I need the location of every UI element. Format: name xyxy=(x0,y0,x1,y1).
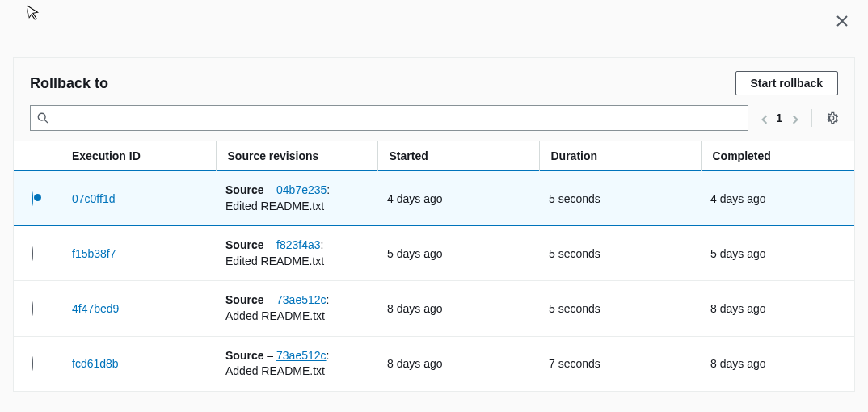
table-row[interactable]: f15b38f7Source – f823f4a3:Edited README.… xyxy=(14,226,854,281)
commit-link[interactable]: 73ae512c xyxy=(276,293,327,306)
search-icon xyxy=(37,112,48,124)
execution-id-link[interactable]: 07c0ff1d xyxy=(72,192,115,205)
commit-link[interactable]: 04b7e235 xyxy=(276,183,327,196)
prev-page-icon[interactable] xyxy=(760,114,768,122)
duration-cell: 7 seconds xyxy=(539,336,701,391)
rollback-modal: Rollback to Start rollback 1 xyxy=(0,0,868,412)
table-row[interactable]: 07c0ff1dSource – 04b7e235:Edited README.… xyxy=(14,171,854,226)
commit-message: Added README.txt xyxy=(225,364,368,380)
row-radio[interactable] xyxy=(32,301,33,316)
colon: : xyxy=(327,349,330,362)
source-label: Source xyxy=(225,349,263,362)
source-sep: – xyxy=(263,238,276,251)
table-header-row: Execution ID Source revisions Started Du… xyxy=(14,141,854,171)
header-started: Started xyxy=(377,141,539,171)
row-radio[interactable] xyxy=(32,191,33,206)
execution-id-link[interactable]: fcd61d8b xyxy=(72,357,119,370)
execution-id-link[interactable]: 4f47bed9 xyxy=(72,302,119,315)
source-sep: – xyxy=(263,349,276,362)
start-rollback-button[interactable]: Start rollback xyxy=(735,71,838,95)
pagination: 1 xyxy=(760,111,798,124)
modal-topbar xyxy=(0,0,868,44)
commit-message: Edited README.txt xyxy=(225,199,368,215)
svg-point-0 xyxy=(38,113,45,120)
completed-cell: 8 days ago xyxy=(701,336,854,391)
colon: : xyxy=(321,238,324,251)
header-execution-id: Execution ID xyxy=(62,141,216,171)
close-icon[interactable] xyxy=(836,14,849,30)
commit-link[interactable]: 73ae512c xyxy=(276,349,327,362)
colon: : xyxy=(327,183,330,196)
commit-link[interactable]: f823f4a3 xyxy=(276,238,321,251)
svg-line-1 xyxy=(44,120,48,123)
search-field[interactable] xyxy=(30,105,748,131)
duration-cell: 5 seconds xyxy=(539,281,701,336)
source-label: Source xyxy=(225,238,263,251)
panel-header: Rollback to Start rollback xyxy=(14,58,854,105)
source-label: Source xyxy=(225,293,263,306)
duration-cell: 5 seconds xyxy=(539,226,701,281)
header-select xyxy=(14,141,62,171)
colon: : xyxy=(327,293,330,306)
next-page-icon[interactable] xyxy=(790,114,798,122)
gear-icon[interactable] xyxy=(825,111,838,124)
divider xyxy=(811,109,812,127)
commit-message: Edited README.txt xyxy=(225,254,368,270)
started-cell: 8 days ago xyxy=(377,336,539,391)
executions-table: Execution ID Source revisions Started Du… xyxy=(14,141,854,391)
row-radio[interactable] xyxy=(32,246,33,261)
commit-message: Added README.txt xyxy=(225,309,368,325)
table-row[interactable]: fcd61d8bSource – 73ae512c:Added README.t… xyxy=(14,336,854,391)
started-cell: 5 days ago xyxy=(377,226,539,281)
started-cell: 4 days ago xyxy=(377,171,539,226)
panel-title: Rollback to xyxy=(30,75,108,92)
completed-cell: 5 days ago xyxy=(701,226,854,281)
table-row[interactable]: 4f47bed9Source – 73ae512c:Added README.t… xyxy=(14,281,854,336)
source-label: Source xyxy=(225,183,263,196)
source-sep: – xyxy=(263,293,276,306)
page-number: 1 xyxy=(776,111,782,124)
header-source-revisions: Source revisions xyxy=(216,141,377,171)
duration-cell: 5 seconds xyxy=(539,171,701,226)
row-radio[interactable] xyxy=(32,356,33,371)
search-input[interactable] xyxy=(53,111,741,125)
started-cell: 8 days ago xyxy=(377,281,539,336)
header-duration: Duration xyxy=(539,141,701,171)
rollback-panel: Rollback to Start rollback 1 xyxy=(13,57,855,392)
header-completed: Completed xyxy=(701,141,854,171)
completed-cell: 4 days ago xyxy=(701,171,854,226)
execution-id-link[interactable]: f15b38f7 xyxy=(72,247,116,260)
completed-cell: 8 days ago xyxy=(701,281,854,336)
controls-row: 1 xyxy=(14,105,854,141)
source-sep: – xyxy=(263,183,276,196)
